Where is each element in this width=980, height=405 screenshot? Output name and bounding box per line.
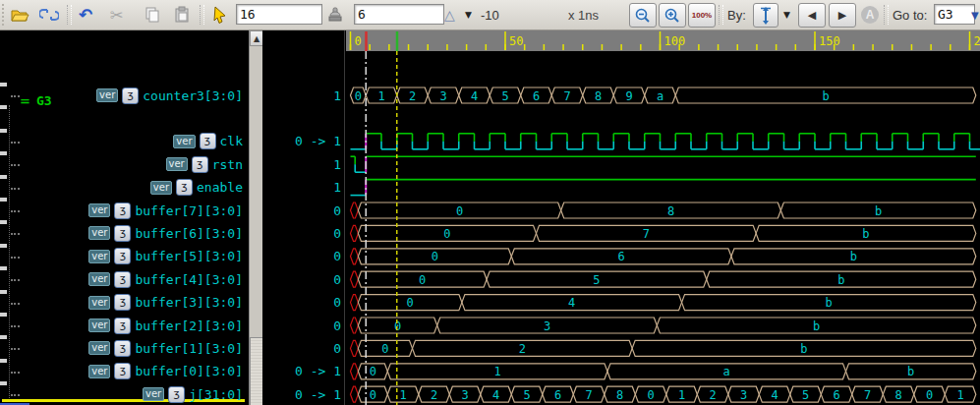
cursor-time-field[interactable]: 16: [236, 4, 322, 25]
svg-text:b: b: [800, 342, 807, 356]
signal-value: 0 -> 1: [295, 383, 341, 405]
open-folder-icon[interactable]: [10, 0, 29, 29]
tree-node-tick: [0, 335, 7, 339]
svg-text:0: 0: [647, 388, 654, 402]
svg-text:0: 0: [355, 34, 362, 48]
tree-guide-line: [9, 105, 10, 405]
tree-node-tick: [0, 198, 7, 202]
tree-branch-stub: [11, 164, 20, 166]
signal-name-row[interactable]: verʒbuffer[6][3:0]: [88, 222, 243, 244]
verilog-badge: ver: [88, 250, 110, 263]
signal-name: buffer[1][3:0]: [135, 341, 243, 356]
svg-text:1: 1: [956, 388, 963, 402]
svg-text:0: 0: [419, 273, 426, 287]
signal-name-row[interactable]: verʒbuffer[0][3:0]: [88, 361, 243, 382]
tree-branch-stub: [11, 394, 20, 396]
auto-button-label: A: [861, 6, 879, 24]
by-label: By:: [727, 0, 746, 29]
svg-text:9: 9: [625, 89, 632, 103]
svg-text:0: 0: [370, 365, 376, 378]
waveform-canvas[interactable]: 0501001502000123456789ab08b07b06b05b04b0…: [346, 30, 980, 405]
marker-dropdown-icon[interactable]: ▼: [465, 0, 472, 29]
tree-node-tick: [0, 381, 7, 385]
signal-name-panel[interactable]: = G3 verʒcounter3[3:0]verʒclkverʒrstnver…: [0, 30, 248, 405]
signal-name: buffer[4][3:0]: [135, 272, 243, 287]
signal-name-row[interactable]: verʒenable: [150, 177, 243, 199]
zoom-out-button[interactable]: [629, 3, 657, 28]
signal-object-icon: ʒ: [200, 133, 216, 149]
signal-name: clk: [220, 134, 243, 148]
signal-name-row[interactable]: verʒrstn: [166, 153, 244, 175]
signal-name-row[interactable]: verʒclk: [173, 131, 243, 152]
svg-text:1: 1: [678, 388, 685, 402]
svg-text:5: 5: [523, 388, 530, 402]
signal-value: 0 -> 1: [295, 131, 341, 152]
paste-icon[interactable]: [173, 0, 191, 29]
svg-text:5: 5: [802, 388, 809, 402]
zoom-full-button[interactable]: 100%: [688, 3, 716, 28]
svg-text:b: b: [813, 319, 820, 333]
cut-icon[interactable]: ✂: [110, 0, 123, 29]
reload-link-icon[interactable]: [39, 0, 59, 29]
goto-combobox[interactable]: G3: [934, 4, 975, 25]
panel-divider[interactable]: [344, 30, 345, 405]
signal-object-icon: ʒ: [114, 340, 131, 357]
signal-value: 0: [333, 222, 341, 244]
verilog-badge: ver: [150, 181, 172, 195]
svg-text:b: b: [837, 273, 844, 287]
triangle-marker-icon[interactable]: △: [444, 0, 455, 29]
previous-button[interactable]: ◀: [798, 3, 826, 28]
svg-text:0: 0: [394, 319, 401, 333]
verilog-badge: ver: [88, 272, 110, 286]
signal-value: 0: [333, 315, 341, 336]
next-button[interactable]: ▶: [829, 3, 856, 28]
toolbar-grip: [2, 4, 7, 26]
svg-text:1: 1: [377, 89, 384, 103]
signal-value-panel: 10 -> 11100000000 -> 10 -> 1: [262, 30, 345, 405]
signal-name: rstn: [212, 157, 243, 172]
svg-text:8: 8: [667, 204, 674, 218]
signal-name-row[interactable]: verʒbuffer[3][3:0]: [88, 292, 243, 314]
signal-name-row[interactable]: verʒcounter3[3:0]: [96, 85, 243, 106]
tree-branch-stub: [11, 348, 20, 350]
fit-vertical-button[interactable]: [753, 3, 778, 28]
by-dropdown-icon[interactable]: ▼: [783, 0, 790, 29]
svg-text:7: 7: [563, 89, 570, 103]
tree-branch-stub: [11, 303, 20, 305]
names-vertical-scrollbar[interactable]: ▲: [249, 30, 263, 405]
signal-name-row[interactable]: verʒj[31:0]: [143, 383, 243, 405]
signal-name-row[interactable]: verʒbuffer[5][3:0]: [88, 246, 243, 267]
signal-name-row[interactable]: verʒbuffer[2][3:0]: [88, 315, 243, 336]
scroll-up-icon[interactable]: ▲: [250, 30, 263, 46]
goto-dropdown-icon[interactable]: ▼: [971, 0, 979, 29]
stamp-icon[interactable]: [326, 0, 344, 29]
signal-name-row[interactable]: verʒbuffer[4][3:0]: [88, 268, 243, 290]
signal-object-icon: ʒ: [114, 294, 131, 311]
undo-icon[interactable]: ↶: [79, 0, 92, 29]
zoom-in-button[interactable]: [659, 3, 686, 28]
copy-icon[interactable]: [144, 0, 161, 29]
signal-object-icon: ʒ: [192, 156, 208, 173]
signal-name: buffer[6][3:0]: [135, 226, 243, 241]
signal-object-icon: ʒ: [168, 386, 185, 403]
svg-text:6: 6: [533, 89, 540, 103]
svg-text:8: 8: [616, 388, 623, 402]
tree-node-tick: [0, 290, 7, 294]
signal-object-icon: ʒ: [176, 179, 193, 196]
signal-group-row[interactable]: = G3: [20, 93, 52, 108]
svg-text:7: 7: [864, 388, 871, 402]
svg-text:6: 6: [554, 388, 561, 402]
svg-text:b: b: [875, 204, 882, 218]
select-cursor-icon[interactable]: [212, 0, 228, 29]
signal-name-row[interactable]: verʒbuffer[1][3:0]: [88, 337, 243, 359]
range-field[interactable]: 6: [354, 4, 444, 25]
tree-branch-stub: [11, 325, 20, 327]
auto-button[interactable]: A: [861, 0, 879, 29]
signal-name-row[interactable]: verʒbuffer[7][3:0]: [88, 200, 243, 221]
tree-node-tick: [0, 266, 7, 270]
svg-text:a: a: [723, 365, 730, 378]
scrollbar-thumb[interactable]: [250, 337, 263, 405]
svg-text:0: 0: [456, 204, 463, 218]
waveform-viewer-window: ↶ ✂ 16: [0, 0, 980, 405]
toolbar-separator: [200, 5, 204, 25]
